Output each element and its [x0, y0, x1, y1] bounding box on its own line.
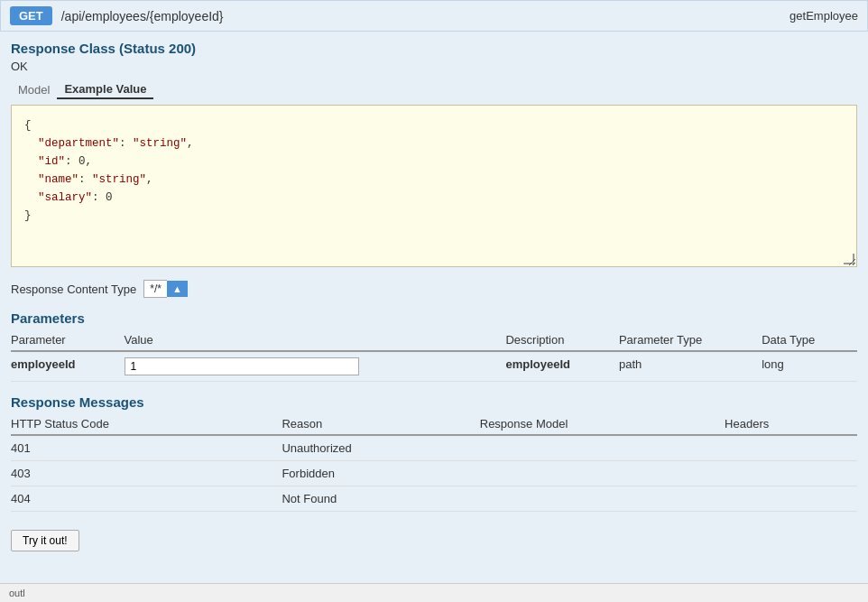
parameters-section: Parameters Parameter Value Description P…: [11, 310, 857, 382]
content-type-label: Response Content Type: [11, 282, 136, 296]
main-content: Response Class (Status 200) OK Model Exa…: [0, 32, 868, 560]
col-parameter: Parameter: [11, 329, 125, 351]
code-line-5: "salary": 0: [24, 189, 844, 207]
response-table-header: HTTP Status Code Reason Response Model H…: [11, 413, 857, 435]
status-code-401: 401: [11, 435, 282, 461]
param-desc-cell: employeeId: [505, 351, 619, 382]
response-class-section: Response Class (Status 200) OK: [11, 41, 857, 73]
code-line-2: "department": "string",: [24, 134, 844, 153]
try-it-out-button[interactable]: Try it out!: [11, 530, 79, 551]
operation-name: getEmployee: [790, 9, 858, 23]
code-key-name: "name": [38, 173, 78, 186]
model-404: [480, 486, 725, 512]
parameters-table-body: employeeId employeeId path long: [11, 351, 857, 382]
code-val-department: "string": [133, 137, 187, 150]
code-val-name: "string": [92, 173, 146, 186]
table-row: 404 Not Found: [11, 486, 857, 512]
reason-403: Forbidden: [282, 461, 479, 486]
parameters-title: Parameters: [11, 310, 857, 326]
col-parameter-type: Parameter Type: [619, 329, 762, 351]
code-line-1: {: [24, 116, 844, 134]
model-401: [480, 435, 725, 461]
param-description: employeeId: [505, 357, 570, 371]
bottom-bar: outl: [0, 583, 868, 602]
code-line-4: "name": "string",: [24, 171, 844, 189]
response-class-title: Response Class (Status 200): [11, 41, 857, 56]
headers-404: [725, 486, 857, 512]
json-code-box: { "department": "string", "id": 0, "name…: [11, 105, 857, 267]
param-type-cell: path: [619, 351, 762, 382]
param-name: employeeId: [11, 357, 76, 371]
param-value-input[interactable]: [125, 357, 359, 375]
parameters-header-row: Parameter Value Description Parameter Ty…: [11, 329, 857, 351]
tab-model[interactable]: Model: [11, 81, 57, 98]
col-reason: Reason: [282, 413, 479, 435]
response-messages-section: Response Messages HTTP Status Code Reaso…: [11, 394, 857, 512]
method-badge: GET: [10, 6, 52, 25]
table-row: 403 Forbidden: [11, 461, 857, 486]
model-403: [480, 461, 725, 486]
endpoint-header: GET /api/employees/{employeeId} getEmplo…: [0, 0, 868, 32]
reason-401: Unauthorized: [282, 435, 479, 461]
headers-401: [725, 435, 857, 461]
col-headers: Headers: [725, 413, 857, 435]
code-line-3: "id": 0,: [24, 153, 844, 171]
param-type: path: [619, 357, 642, 371]
parameters-table: Parameter Value Description Parameter Ty…: [11, 329, 857, 382]
headers-403: [725, 461, 857, 486]
response-table-body: 401 Unauthorized 403 Forbidden 404 Not F…: [11, 435, 857, 512]
tab-row: Model Example Value: [11, 80, 857, 99]
param-datatype: long: [762, 357, 784, 371]
status-ok-text: OK: [11, 60, 857, 73]
content-type-value: */*: [143, 280, 167, 298]
col-response-model: Response Model: [480, 413, 725, 435]
col-data-type: Data Type: [762, 329, 857, 351]
endpoint-left: GET /api/employees/{employeeId}: [10, 6, 224, 25]
code-line-6: }: [24, 207, 844, 225]
param-datatype-cell: long: [762, 351, 857, 382]
response-header-row: HTTP Status Code Reason Response Model H…: [11, 413, 857, 435]
col-description: Description: [505, 329, 619, 351]
col-http-status: HTTP Status Code: [11, 413, 282, 435]
param-name-cell: employeeId: [11, 351, 125, 382]
response-messages-table: HTTP Status Code Reason Response Model H…: [11, 413, 857, 512]
status-code-404: 404: [11, 486, 282, 512]
endpoint-path: /api/employees/{employeeId}: [61, 9, 224, 23]
code-key-department: "department": [38, 137, 119, 150]
code-key-salary: "salary": [38, 191, 92, 204]
response-messages-title: Response Messages: [11, 394, 857, 410]
bottom-bar-text: outl: [9, 588, 25, 598]
code-val-id: 0: [78, 155, 86, 168]
main-container: GET /api/employees/{employeeId} getEmplo…: [0, 0, 868, 602]
parameters-table-header: Parameter Value Description Parameter Ty…: [11, 329, 857, 351]
code-val-salary: 0: [106, 191, 113, 204]
table-row: 401 Unauthorized: [11, 435, 857, 461]
content-type-row: Response Content Type */* ▲: [11, 280, 857, 298]
content-type-select[interactable]: */* ▲: [143, 280, 188, 298]
col-value: Value: [125, 329, 506, 351]
param-value-cell: [125, 351, 506, 382]
table-row: employeeId employeeId path long: [11, 351, 857, 382]
status-code-403: 403: [11, 461, 282, 486]
reason-404: Not Found: [282, 486, 479, 512]
tab-example-value[interactable]: Example Value: [57, 80, 153, 99]
code-key-id: "id": [38, 155, 65, 168]
content-type-arrow-icon[interactable]: ▲: [167, 281, 188, 297]
